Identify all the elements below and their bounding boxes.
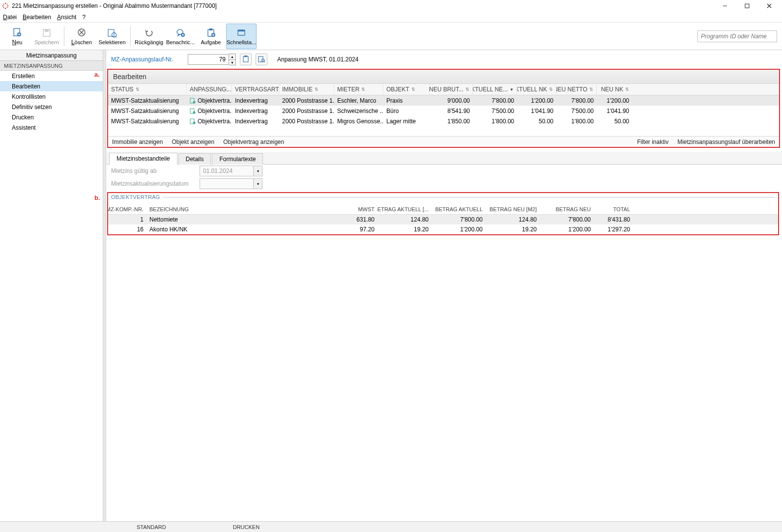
svg-rect-36 bbox=[244, 56, 247, 57]
sidebar-item-bearbeiten[interactable]: Bearbeiten bbox=[0, 81, 103, 91]
col2-betrag-aktuell[interactable]: BETRAG AKTUELL bbox=[432, 204, 486, 214]
toolbar-loeschen[interactable]: Löschen bbox=[67, 24, 96, 49]
toolbar-schnellstart[interactable]: Schnellsta... bbox=[226, 24, 257, 49]
clipboard-icon bbox=[242, 56, 249, 64]
svg-rect-35 bbox=[243, 56, 248, 62]
svg-point-45 bbox=[193, 121, 196, 124]
svg-rect-9 bbox=[745, 4, 749, 8]
foot-objektvertrag[interactable]: Objektvertrag anzeigen bbox=[223, 139, 284, 145]
svg-point-41 bbox=[193, 101, 196, 103]
grid-body: MWST-SatzaktualisierungObjektvertra...In… bbox=[108, 95, 779, 126]
tab-formulartexte[interactable]: Formulartexte bbox=[212, 153, 263, 165]
sidebar-item-definitiv[interactable]: Definitiv setzen bbox=[0, 102, 103, 112]
input-aktualisierungsdatum[interactable] bbox=[200, 178, 254, 189]
table-row[interactable]: 16Akonto HK/NK97.2019.201'200.0019.201'2… bbox=[108, 224, 778, 234]
table-row[interactable]: MWST-SatzaktualisierungObjektvertra...In… bbox=[108, 106, 779, 116]
label-aktualisierungsdatum: Mietzinsaktualisierungsdatum bbox=[111, 180, 195, 187]
foot-filter[interactable]: Filter inaktiv bbox=[637, 139, 668, 145]
col-vertragsart[interactable]: VERTRAGSART⇅ bbox=[232, 84, 279, 95]
control-row: MZ-Anpassungslauf-Nr. ▲▼ Anpassung MWST,… bbox=[106, 50, 782, 69]
col2-betrag-neu[interactable]: BETRAG NEU bbox=[540, 204, 594, 214]
foot-immobilie[interactable]: Immobilie anzeigen bbox=[112, 139, 163, 145]
maximize-button[interactable] bbox=[736, 0, 758, 11]
toolbar-rueckgaengig[interactable]: Rückgängig bbox=[134, 24, 164, 49]
col-mieter[interactable]: MIETER⇅ bbox=[334, 84, 383, 95]
input-gueltig-ab[interactable] bbox=[200, 166, 254, 176]
panel-footer: Immobilie anzeigen Objekt anzeigen Objek… bbox=[108, 136, 779, 147]
lauf-nr-link[interactable]: MZ-Anpassungslauf-Nr. bbox=[111, 56, 184, 63]
panel-objektvertrag: b. OBJEKTVERTRAG MZ-KOMP.-NR. BEZEICHNUN… bbox=[107, 192, 779, 235]
col-neu-brutto[interactable]: NEU BRUT...⇅ bbox=[430, 84, 473, 95]
svg-point-6 bbox=[3, 7, 4, 8]
clipboard-button[interactable] bbox=[240, 54, 252, 65]
col-neu-netto[interactable]: NEU NETTO⇅ bbox=[556, 84, 597, 95]
toolbar-aufgabe[interactable]: Aufgabe bbox=[197, 24, 225, 49]
tab-details[interactable]: Details bbox=[178, 153, 211, 165]
annotation-a: a. bbox=[94, 71, 100, 78]
save-icon bbox=[41, 28, 52, 38]
sidebar-group: MIETZINSANPASSUNG bbox=[0, 61, 103, 71]
table-row[interactable]: MWST-SatzaktualisierungObjektvertra...In… bbox=[108, 116, 779, 126]
menu-help[interactable]: ? bbox=[82, 14, 86, 21]
lauf-nr-input[interactable] bbox=[188, 54, 229, 65]
col2-betrag-aktuell-m2[interactable]: BETRAG AKTUELL [... bbox=[377, 204, 432, 214]
sidebar-item-drucken[interactable]: Drucken bbox=[0, 112, 103, 122]
col-anpassung[interactable]: ANPASSUNG...⇅ bbox=[187, 84, 232, 95]
toolbar-separator bbox=[64, 27, 64, 46]
svg-rect-34 bbox=[238, 30, 245, 31]
menu-ansicht[interactable]: Ansicht bbox=[57, 14, 76, 21]
col2-mwst[interactable]: MWST bbox=[333, 204, 377, 214]
contract-icon bbox=[190, 108, 196, 114]
chevron-down-icon[interactable]: ▼ bbox=[229, 59, 235, 65]
sidebar-item-kontrolllisten[interactable]: Kontrolllisten bbox=[0, 91, 103, 102]
svg-point-7 bbox=[3, 4, 4, 5]
notify-icon bbox=[175, 28, 186, 38]
close-button[interactable] bbox=[758, 0, 780, 11]
svg-line-39 bbox=[264, 61, 265, 62]
sidebar-item-erstellen[interactable]: Erstellen bbox=[0, 71, 103, 81]
col2-betrag-neu-m2[interactable]: BETRAG NEU [M2] bbox=[486, 204, 540, 214]
section-divider bbox=[163, 197, 775, 197]
table-row[interactable]: MWST-SatzaktualisierungObjektvertra...In… bbox=[108, 95, 779, 106]
toolbar: Neu Speichern Löschen Selektieren Rückgä… bbox=[0, 23, 782, 50]
lauf-nr-spinner[interactable]: ▲▼ bbox=[229, 54, 236, 65]
chevron-up-icon[interactable]: ▲ bbox=[229, 54, 235, 59]
col-immobilie[interactable]: IMMOBILIE⇅ bbox=[279, 84, 334, 95]
dropdown-gueltig-ab[interactable]: ▾ bbox=[254, 166, 262, 176]
foot-objekt[interactable]: Objekt anzeigen bbox=[172, 139, 214, 145]
select-icon bbox=[107, 28, 117, 38]
sidebar: Mietzinsanpassung MIETZINSANPASSUNG Erst… bbox=[0, 50, 103, 521]
sidebar-item-assistent[interactable]: Assistent bbox=[0, 122, 103, 133]
toolbar-benachrichtigen[interactable]: Benachric... bbox=[165, 24, 196, 49]
col-objekt[interactable]: OBJEKT⇅ bbox=[383, 84, 430, 95]
col-aktuell-nk[interactable]: AKTUELL NK⇅ bbox=[517, 84, 556, 95]
col2-nr[interactable]: MZ-KOMP.-NR. bbox=[108, 204, 146, 214]
minimize-button[interactable] bbox=[714, 0, 736, 11]
panel-bearbeiten: a. Bearbeiten STATUS⇅ ANPASSUNG...⇅ VERT… bbox=[107, 69, 780, 148]
col-aktuell-netto[interactable]: AKTUELL NE...▼ bbox=[473, 84, 517, 95]
clipboard-search-button[interactable] bbox=[256, 54, 267, 65]
col-neu-nk[interactable]: NEU NK⇅ bbox=[597, 84, 632, 95]
col2-bezeichnung[interactable]: BEZEICHNUNG bbox=[146, 204, 333, 214]
program-search-input[interactable] bbox=[697, 30, 777, 42]
table-row[interactable]: 1Nettomiete631.80124.807'800.00124.807'8… bbox=[108, 215, 778, 224]
grid2-body: 1Nettomiete631.80124.807'800.00124.807'8… bbox=[108, 215, 778, 234]
svg-line-23 bbox=[116, 36, 116, 37]
tab-mietzinsbestandteile[interactable]: Mietzinsbestandteile bbox=[109, 153, 177, 165]
tab-bar: Mietzinsbestandteile Details Formulartex… bbox=[106, 152, 782, 165]
label-gueltig-ab: Mietzins gültig ab bbox=[111, 168, 195, 174]
col2-total[interactable]: TOTAL bbox=[594, 204, 633, 214]
dropdown-aktualisierungsdatum[interactable]: ▾ bbox=[254, 178, 262, 189]
menu-datei[interactable]: Datei bbox=[3, 14, 17, 21]
delete-icon bbox=[76, 27, 87, 38]
menubar: Datei Bearbeiten Ansicht ? bbox=[0, 12, 782, 23]
foot-ueberarbeiten[interactable]: Mietzinsanpassungslauf überarbeiten bbox=[677, 139, 775, 145]
status-drucken: DRUCKEN bbox=[224, 524, 268, 530]
col-status[interactable]: STATUS⇅ bbox=[108, 84, 187, 95]
new-document-icon bbox=[12, 27, 23, 38]
toolbar-neu[interactable]: Neu bbox=[3, 24, 31, 49]
toolbar-separator bbox=[130, 27, 131, 46]
toolbar-selektieren[interactable]: Selektieren bbox=[97, 24, 127, 49]
menu-bearbeiten[interactable]: Bearbeiten bbox=[23, 14, 51, 21]
contract-icon bbox=[190, 98, 196, 104]
